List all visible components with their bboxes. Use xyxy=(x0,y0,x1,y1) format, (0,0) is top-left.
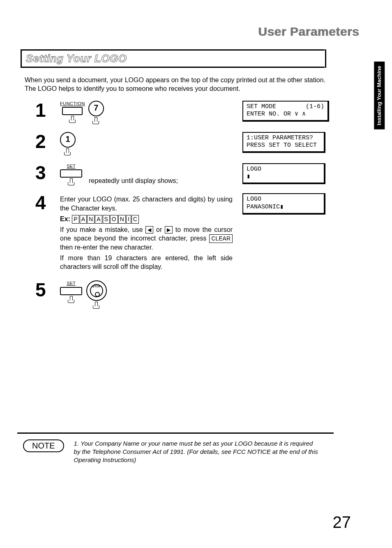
step-row: 2 1 1:USER PARAMETERS? PRESS SET TO SELE… xyxy=(35,132,351,156)
set-key-icon: SET xyxy=(60,280,82,303)
char-box: S xyxy=(103,215,110,224)
step-row: 5 SET STOP xyxy=(35,280,351,309)
press-hand-icon xyxy=(92,302,100,309)
page-header: User Parameters xyxy=(21,25,359,39)
lcd-display: LOGO PANASONIC▮ xyxy=(242,193,325,215)
note-block: NOTE 1. Your Company Name or your name m… xyxy=(23,439,351,465)
note-text: 1. Your Company Name or your name must b… xyxy=(74,439,321,465)
lcd-display: 1:USER PARAMETERS? PRESS SET TO SELECT xyxy=(242,132,325,153)
char-box: C xyxy=(131,215,139,224)
press-hand-icon xyxy=(63,148,71,156)
char-box: N xyxy=(87,215,95,224)
step-number: 5 xyxy=(35,280,60,299)
char-box: A xyxy=(95,215,102,224)
digit-key-icon: 7 xyxy=(88,101,104,116)
page-number: 27 xyxy=(333,513,351,532)
step4-line3: If more than 19 characters are entered, … xyxy=(60,254,233,271)
press-hand-icon xyxy=(68,116,76,123)
section-title: Setting Your LOGO xyxy=(26,52,127,65)
step-number: 2 xyxy=(35,132,60,151)
char-box: N xyxy=(118,215,126,224)
set-key-icon: SET xyxy=(60,163,82,186)
press-hand-icon xyxy=(67,296,75,303)
step-row: 1 FUNCTION 7 SET MODE (1-6) ENTER NO. O xyxy=(35,101,351,125)
side-tab: Installing Your Machine xyxy=(374,62,385,129)
step4-line2: If you make a mistake, use ◀ or ▶ to mov… xyxy=(60,225,233,252)
char-box: P xyxy=(72,215,79,224)
step-number: 3 xyxy=(35,163,60,182)
intro-paragraph: When you send a document, your LOGO appe… xyxy=(25,76,329,93)
step-tail-text: repeatedly until display shows; xyxy=(89,176,178,186)
step-number: 4 xyxy=(35,193,60,212)
lcd-display: SET MODE (1-6) ENTER NO. OR ∨ ∧ xyxy=(242,101,329,122)
left-arrow-icon: ◀ xyxy=(145,226,153,234)
digit-key-icon: 1 xyxy=(60,132,76,148)
char-box: A xyxy=(80,215,87,224)
stop-key-icon: STOP xyxy=(86,280,107,301)
step-row: 4 Enter your LOGO (max. 25 characters an… xyxy=(35,193,351,273)
manual-page: Installing Your Machine User Parameters … xyxy=(0,0,392,548)
right-arrow-icon: ▶ xyxy=(165,226,173,234)
press-hand-icon xyxy=(67,178,75,186)
section-heading-box: Setting Your LOGO xyxy=(21,49,325,68)
steps-list: 1 FUNCTION 7 SET MODE (1-6) ENTER NO. O xyxy=(35,101,351,309)
step4-line1: Enter your LOGO (max. 25 characters and … xyxy=(60,195,233,213)
char-box: I xyxy=(126,215,131,224)
clear-key-icon: CLEAR xyxy=(209,234,233,243)
step-number: 1 xyxy=(35,101,60,120)
step4-example: Ex: PANASONIC xyxy=(60,215,233,224)
press-hand-icon xyxy=(92,117,100,125)
lcd-display: LOGO ▮ xyxy=(242,163,325,185)
step-row: 3 SET repeatedly until display shows; LO… xyxy=(35,163,351,186)
note-label: NOTE xyxy=(23,439,64,452)
function-key-icon: FUNCTION xyxy=(60,101,85,124)
char-box: O xyxy=(110,215,118,224)
divider xyxy=(17,432,334,434)
